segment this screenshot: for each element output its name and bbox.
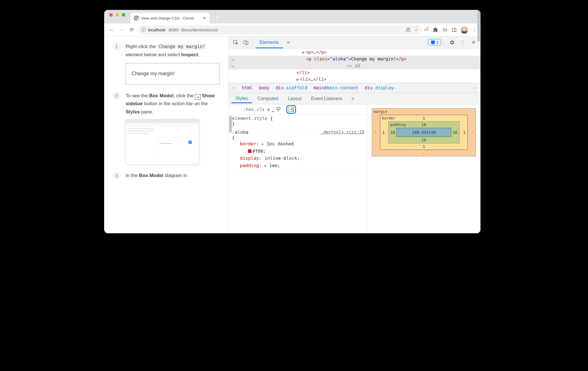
- tab-event-listeners[interactable]: Event Listeners: [307, 94, 346, 103]
- devtools-menu-icon[interactable]: ⋮: [458, 38, 467, 47]
- chrome-menu-icon[interactable]: ⋮: [472, 27, 477, 33]
- cls-button[interactable]: .cls: [254, 107, 261, 112]
- value[interactable]: 1px dashed: [267, 141, 294, 146]
- text: Box Model: [149, 93, 173, 98]
- text: In the: [126, 173, 139, 178]
- prop[interactable]: border: [240, 141, 256, 146]
- value[interactable]: -: [471, 130, 474, 135]
- rule-source-link[interactable]: _devtools.scss:19: [321, 130, 364, 135]
- new-tab-button[interactable]: +: [213, 13, 222, 22]
- text: </p>: [316, 50, 327, 55]
- rule-aloha[interactable]: _devtools.scss:19 .aloha { border: ▶ 1px…: [229, 128, 367, 171]
- box-model-border[interactable]: border 1 1 1 1 padding 16 16: [380, 115, 468, 150]
- value[interactable]: 1: [463, 130, 465, 135]
- value[interactable]: 1em: [269, 163, 278, 168]
- value[interactable]: 16: [422, 138, 426, 142]
- back-button[interactable]: ←: [108, 26, 115, 34]
- tabs-menu-icon[interactable]: ⌄: [472, 14, 475, 18]
- devtools-panel: Elements » 1 ⋮ ✕: [229, 36, 480, 233]
- screenshot-thumbnail[interactable]: [126, 119, 199, 164]
- text: "aloha": [330, 57, 348, 62]
- value[interactable]: -: [423, 151, 425, 155]
- close-window-icon[interactable]: [109, 13, 113, 17]
- site-info-icon[interactable]: ⓘ: [141, 27, 146, 33]
- scissors-extension-icon[interactable]: ✂: [424, 27, 429, 33]
- crumbs-overflow-right[interactable]: ⋯: [473, 85, 477, 90]
- browser-window: View and change CSS - Chrom ✕ + ⌄ ← → ⟳ …: [104, 10, 480, 233]
- new-rule-button[interactable]: +: [265, 106, 272, 113]
- forward-button: →: [118, 26, 126, 34]
- side-panel-icon[interactable]: [452, 27, 457, 33]
- address-bar[interactable]: ⓘ localhost:8080/docs/devtools/css/ ☆: [138, 25, 422, 34]
- crumb[interactable]: div.display-: [365, 85, 396, 90]
- value[interactable]: 1: [382, 130, 385, 135]
- minimize-window-icon[interactable]: [115, 13, 119, 17]
- value[interactable]: -: [374, 130, 376, 135]
- inspect-element-icon[interactable]: [231, 38, 241, 47]
- window-controls: [104, 13, 130, 21]
- dom-breadcrumbs[interactable]: ⋯ html body div.scaffold main#main-conte…: [229, 83, 480, 93]
- tab-styles[interactable]: Styles: [231, 94, 252, 103]
- step-number: 1: [113, 43, 121, 51]
- prop[interactable]: padding: [240, 163, 259, 168]
- close-devtools-icon[interactable]: ✕: [469, 38, 478, 47]
- bookmark-icon[interactable]: ☆: [415, 27, 419, 33]
- value[interactable]: -: [423, 109, 425, 114]
- label: margin: [374, 109, 387, 114]
- browser-tab[interactable]: View and change CSS - Chrom ✕: [130, 13, 210, 23]
- tab-computed[interactable]: Computed: [254, 94, 282, 103]
- tab-elements[interactable]: Elements: [256, 36, 283, 48]
- settings-icon[interactable]: [447, 38, 457, 47]
- styles-subtabs: Styles Computed Layout Event Listeners »: [229, 93, 480, 104]
- box-model-content[interactable]: 140.531×28: [396, 128, 451, 137]
- show-sidebar-button[interactable]: [286, 105, 296, 114]
- styles-scrollbar[interactable]: [229, 116, 232, 133]
- text: To see the: [126, 93, 149, 98]
- more-tabs-icon[interactable]: »: [284, 38, 293, 47]
- close-tab-icon[interactable]: ✕: [203, 16, 206, 20]
- rule-element-style[interactable]: element.style { }: [229, 115, 367, 128]
- issues-button[interactable]: 1: [428, 39, 441, 46]
- tab-layout[interactable]: Layout: [284, 94, 305, 103]
- value[interactable]: 1: [423, 116, 425, 120]
- crumb[interactable]: main#main-content: [314, 85, 359, 90]
- maximize-window-icon[interactable]: [122, 13, 125, 17]
- step-number: 3: [113, 172, 121, 180]
- color-swatch-icon[interactable]: [248, 149, 252, 153]
- value[interactable]: 16: [453, 130, 457, 135]
- tab-title: View and change CSS - Chrom: [141, 16, 194, 20]
- copy-styles-icon[interactable]: [276, 107, 283, 112]
- device-toolbar-icon[interactable]: [241, 38, 251, 47]
- media-control-icon[interactable]: [442, 27, 448, 33]
- text: {: [270, 116, 273, 121]
- text: Change my margin!: [351, 57, 396, 62]
- demo-element[interactable]: Change my margin!: [126, 63, 220, 85]
- selected-dom-node[interactable]: <p class="aloha">Change my margin!</p>: [229, 56, 480, 62]
- box-model-margin[interactable]: margin - - - - border 1 1 1 1: [372, 108, 476, 156]
- crumb[interactable]: html: [242, 85, 252, 90]
- reload-button[interactable]: ⟳: [128, 26, 136, 34]
- prop[interactable]: display: [240, 156, 259, 161]
- crumbs-overflow-left[interactable]: ⋯: [233, 85, 236, 90]
- svg-rect-0: [407, 29, 410, 32]
- crumb[interactable]: div.scaffold: [276, 85, 307, 90]
- extensions-icon[interactable]: [433, 27, 438, 33]
- profile-avatar[interactable]: [461, 26, 468, 34]
- dom-tree[interactable]: ▶<p>…</p> <p class="aloha">Change my mar…: [229, 48, 480, 83]
- svg-rect-5: [246, 41, 248, 44]
- value[interactable]: 1: [423, 144, 425, 149]
- text: Inspect: [181, 52, 198, 57]
- crumb[interactable]: body: [259, 85, 269, 90]
- text: class: [314, 57, 327, 62]
- value[interactable]: 16: [390, 130, 395, 135]
- value[interactable]: inline-block: [265, 156, 297, 161]
- text: }: [232, 121, 235, 126]
- text: pane.: [140, 109, 153, 115]
- hov-button[interactable]: :hov: [243, 107, 251, 112]
- box-model-padding[interactable]: padding 16 16 16 16 140.531×28: [388, 121, 460, 143]
- share-icon[interactable]: [406, 27, 411, 33]
- value[interactable]: #f00: [252, 148, 263, 154]
- more-subtabs-icon[interactable]: »: [348, 94, 358, 103]
- value[interactable]: 16: [422, 122, 426, 127]
- text: </li>: [313, 77, 327, 82]
